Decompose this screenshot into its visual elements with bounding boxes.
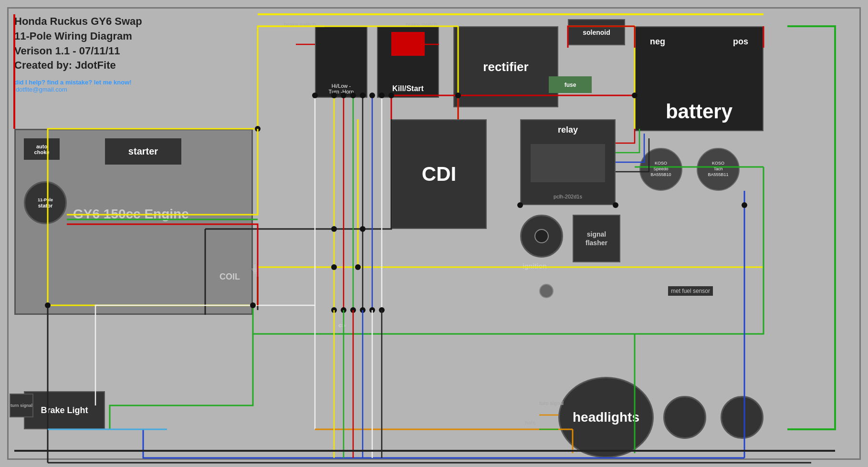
ignition-inner xyxy=(534,229,549,243)
title-line4: Created by: JdotFite xyxy=(14,59,116,71)
svg-point-8 xyxy=(331,264,337,270)
solenoid-box: solenoid xyxy=(568,19,625,45)
cdi-label: CDI xyxy=(422,163,456,186)
diagram-container: Honda Ruckus GY6 Swap 11-Pole Wiring Dia… xyxy=(0,0,868,467)
svg-point-9 xyxy=(355,264,361,270)
contact-prompt: did I help? find a mistake? let me know! xyxy=(14,79,142,86)
battery-box: neg pos battery xyxy=(635,26,763,131)
svg-point-23 xyxy=(360,307,366,313)
hilow-box: Hi/Low - Turn -Horn xyxy=(315,26,367,98)
fuel-sensor-icon xyxy=(539,284,554,298)
starter-label: starter xyxy=(128,146,158,157)
hilow-label: Hi/Low - Turn -Horn xyxy=(316,83,366,94)
title-line3: Verison 1.1 - 07/11/11 xyxy=(14,45,120,57)
headlights-label: headlights xyxy=(573,410,639,425)
email: jdotfite@gmail.com xyxy=(14,86,142,93)
svg-point-21 xyxy=(341,307,346,313)
battery-pos-label: pos xyxy=(733,37,748,47)
starter-box: starter xyxy=(105,138,181,165)
solenoid-label: solenoid xyxy=(583,29,610,36)
signal-flasher-box: signal flasher xyxy=(573,215,620,262)
svg-point-30 xyxy=(369,93,375,98)
autochoke-box: auto choke xyxy=(24,138,60,160)
headlight-small-left xyxy=(663,396,706,439)
koso-speedo-label: KOSO Speedo BA555B10 xyxy=(650,161,671,177)
fuse-label: fuse xyxy=(565,82,576,88)
title-line1: Honda Ruckus GY6 Swap xyxy=(14,15,142,27)
koso-tach-label: KOSO Tach BA555B11 xyxy=(708,161,728,177)
svg-point-17 xyxy=(255,126,261,132)
turn-signal-left: turn signal xyxy=(10,394,33,417)
killstart-box: Kill/Start xyxy=(377,26,439,98)
fuel-sensor-label: met fuel sensor xyxy=(668,286,713,296)
headlight-small-right xyxy=(721,396,763,439)
ignition-circle xyxy=(520,215,563,258)
relay-box: relay pclh-202d1s xyxy=(520,119,616,205)
svg-point-25 xyxy=(379,307,385,313)
signal-flasher-label: signal flasher xyxy=(586,230,607,247)
koso-speedo: KOSO Speedo BA555B10 xyxy=(639,148,682,191)
horn-label: horn xyxy=(525,420,535,425)
rectifier-box: rectifier xyxy=(453,26,558,107)
killstart-label: Kill/Start xyxy=(378,84,438,93)
fuse-box: fuse xyxy=(549,76,592,93)
brakelight-label: Brake Light xyxy=(41,405,88,415)
relay-sub-label: pclh-202d1s xyxy=(521,194,615,199)
svg-point-6 xyxy=(331,226,337,232)
brake-switch-left: brake switch xyxy=(284,21,316,28)
svg-point-24 xyxy=(369,307,375,313)
cdi-box: CDI xyxy=(391,119,487,229)
koso-tach: KOSO Tach BA555B11 xyxy=(697,148,740,191)
ignition-label: ignition xyxy=(523,262,547,270)
killstart-red-button xyxy=(391,32,425,56)
engine-label: GY6 150cc Engine xyxy=(73,207,189,222)
battery-label: battery xyxy=(636,100,763,123)
svg-point-7 xyxy=(360,226,366,232)
stator-label: 11-Pole stator xyxy=(38,197,53,209)
coil-label: COIL xyxy=(220,272,240,282)
rectifier-label: rectifier xyxy=(483,60,528,74)
svg-point-20 xyxy=(331,307,337,313)
title-line2: 11-Pole Wiring Diagram xyxy=(14,30,132,42)
main-title: Honda Ruckus GY6 Swap 11-Pole Wiring Dia… xyxy=(14,14,142,73)
relay-label: relay xyxy=(521,125,615,135)
svg-point-19 xyxy=(742,202,747,208)
turn-signal-right: turn signal xyxy=(539,401,564,406)
brakelight-box: Brake Light xyxy=(24,391,105,429)
battery-neg-label: neg xyxy=(650,37,665,47)
ground-symbol: ⏚ xyxy=(251,261,258,275)
svg-point-22 xyxy=(350,307,356,313)
connector-symbol: ⇔ xyxy=(338,320,346,331)
headlights-box: headlights xyxy=(558,377,654,458)
title-block: Honda Ruckus GY6 Swap 11-Pole Wiring Dia… xyxy=(14,14,142,93)
relay-connections xyxy=(531,144,605,182)
stator-circle: 11-Pole stator xyxy=(24,181,67,224)
